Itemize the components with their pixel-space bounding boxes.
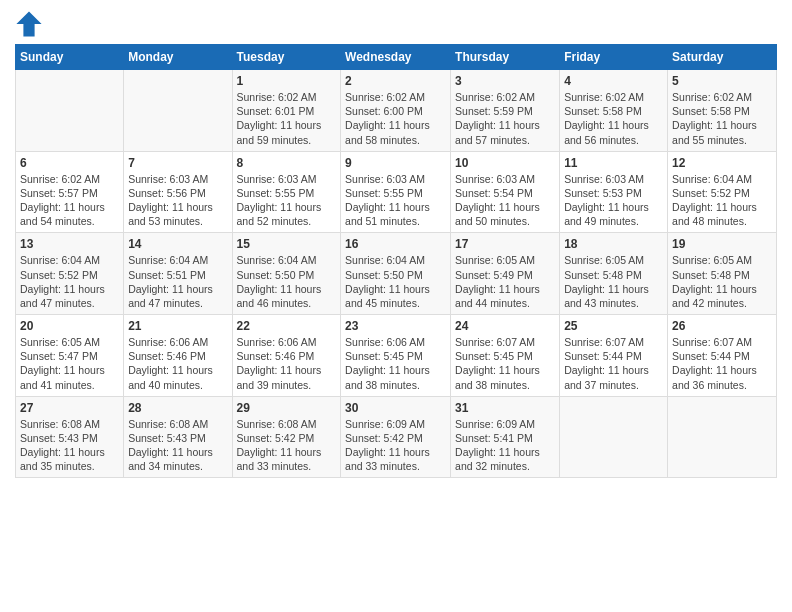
day-number: 6 bbox=[20, 156, 119, 170]
calendar-cell: 21Sunrise: 6:06 AMSunset: 5:46 PMDayligh… bbox=[124, 315, 232, 397]
day-info: Sunrise: 6:07 AMSunset: 5:44 PMDaylight:… bbox=[672, 335, 772, 392]
day-info: Sunrise: 6:09 AMSunset: 5:42 PMDaylight:… bbox=[345, 417, 446, 474]
day-info: Sunrise: 6:08 AMSunset: 5:43 PMDaylight:… bbox=[128, 417, 227, 474]
calendar-cell: 19Sunrise: 6:05 AMSunset: 5:48 PMDayligh… bbox=[668, 233, 777, 315]
day-info: Sunrise: 6:03 AMSunset: 5:55 PMDaylight:… bbox=[237, 172, 337, 229]
day-info: Sunrise: 6:03 AMSunset: 5:53 PMDaylight:… bbox=[564, 172, 663, 229]
calendar-cell: 13Sunrise: 6:04 AMSunset: 5:52 PMDayligh… bbox=[16, 233, 124, 315]
day-number: 10 bbox=[455, 156, 555, 170]
day-number: 1 bbox=[237, 74, 337, 88]
day-number: 17 bbox=[455, 237, 555, 251]
day-number: 30 bbox=[345, 401, 446, 415]
calendar-cell: 29Sunrise: 6:08 AMSunset: 5:42 PMDayligh… bbox=[232, 396, 341, 478]
day-info: Sunrise: 6:09 AMSunset: 5:41 PMDaylight:… bbox=[455, 417, 555, 474]
day-number: 14 bbox=[128, 237, 227, 251]
day-number: 26 bbox=[672, 319, 772, 333]
day-number: 4 bbox=[564, 74, 663, 88]
day-number: 8 bbox=[237, 156, 337, 170]
day-info: Sunrise: 6:02 AMSunset: 6:01 PMDaylight:… bbox=[237, 90, 337, 147]
calendar-cell: 7Sunrise: 6:03 AMSunset: 5:56 PMDaylight… bbox=[124, 151, 232, 233]
weekday-header: Tuesday bbox=[232, 45, 341, 70]
calendar-cell: 20Sunrise: 6:05 AMSunset: 5:47 PMDayligh… bbox=[16, 315, 124, 397]
day-number: 11 bbox=[564, 156, 663, 170]
calendar-cell bbox=[124, 70, 232, 152]
calendar-cell: 2Sunrise: 6:02 AMSunset: 6:00 PMDaylight… bbox=[341, 70, 451, 152]
calendar-cell: 24Sunrise: 6:07 AMSunset: 5:45 PMDayligh… bbox=[451, 315, 560, 397]
calendar-cell: 9Sunrise: 6:03 AMSunset: 5:55 PMDaylight… bbox=[341, 151, 451, 233]
weekday-header: Monday bbox=[124, 45, 232, 70]
day-number: 21 bbox=[128, 319, 227, 333]
day-info: Sunrise: 6:02 AMSunset: 6:00 PMDaylight:… bbox=[345, 90, 446, 147]
weekday-header: Sunday bbox=[16, 45, 124, 70]
day-info: Sunrise: 6:07 AMSunset: 5:45 PMDaylight:… bbox=[455, 335, 555, 392]
day-info: Sunrise: 6:06 AMSunset: 5:46 PMDaylight:… bbox=[237, 335, 337, 392]
calendar-cell: 6Sunrise: 6:02 AMSunset: 5:57 PMDaylight… bbox=[16, 151, 124, 233]
day-number: 28 bbox=[128, 401, 227, 415]
day-info: Sunrise: 6:04 AMSunset: 5:52 PMDaylight:… bbox=[20, 253, 119, 310]
calendar-cell: 14Sunrise: 6:04 AMSunset: 5:51 PMDayligh… bbox=[124, 233, 232, 315]
calendar-cell: 15Sunrise: 6:04 AMSunset: 5:50 PMDayligh… bbox=[232, 233, 341, 315]
day-info: Sunrise: 6:08 AMSunset: 5:43 PMDaylight:… bbox=[20, 417, 119, 474]
calendar-cell: 5Sunrise: 6:02 AMSunset: 5:58 PMDaylight… bbox=[668, 70, 777, 152]
calendar-cell: 17Sunrise: 6:05 AMSunset: 5:49 PMDayligh… bbox=[451, 233, 560, 315]
logo-icon bbox=[15, 10, 43, 38]
calendar-cell bbox=[16, 70, 124, 152]
day-info: Sunrise: 6:02 AMSunset: 5:58 PMDaylight:… bbox=[564, 90, 663, 147]
day-info: Sunrise: 6:02 AMSunset: 5:59 PMDaylight:… bbox=[455, 90, 555, 147]
calendar-cell: 26Sunrise: 6:07 AMSunset: 5:44 PMDayligh… bbox=[668, 315, 777, 397]
calendar-cell: 4Sunrise: 6:02 AMSunset: 5:58 PMDaylight… bbox=[560, 70, 668, 152]
day-number: 29 bbox=[237, 401, 337, 415]
day-number: 27 bbox=[20, 401, 119, 415]
calendar-cell: 30Sunrise: 6:09 AMSunset: 5:42 PMDayligh… bbox=[341, 396, 451, 478]
day-number: 5 bbox=[672, 74, 772, 88]
calendar-cell: 16Sunrise: 6:04 AMSunset: 5:50 PMDayligh… bbox=[341, 233, 451, 315]
day-info: Sunrise: 6:02 AMSunset: 5:57 PMDaylight:… bbox=[20, 172, 119, 229]
day-info: Sunrise: 6:05 AMSunset: 5:49 PMDaylight:… bbox=[455, 253, 555, 310]
calendar-week-row: 20Sunrise: 6:05 AMSunset: 5:47 PMDayligh… bbox=[16, 315, 777, 397]
day-number: 31 bbox=[455, 401, 555, 415]
calendar: SundayMondayTuesdayWednesdayThursdayFrid… bbox=[15, 44, 777, 478]
day-info: Sunrise: 6:05 AMSunset: 5:48 PMDaylight:… bbox=[672, 253, 772, 310]
day-number: 9 bbox=[345, 156, 446, 170]
day-info: Sunrise: 6:05 AMSunset: 5:47 PMDaylight:… bbox=[20, 335, 119, 392]
day-info: Sunrise: 6:06 AMSunset: 5:45 PMDaylight:… bbox=[345, 335, 446, 392]
day-number: 15 bbox=[237, 237, 337, 251]
calendar-cell bbox=[560, 396, 668, 478]
calendar-week-row: 1Sunrise: 6:02 AMSunset: 6:01 PMDaylight… bbox=[16, 70, 777, 152]
day-number: 22 bbox=[237, 319, 337, 333]
weekday-header: Wednesday bbox=[341, 45, 451, 70]
weekday-header: Friday bbox=[560, 45, 668, 70]
calendar-cell: 10Sunrise: 6:03 AMSunset: 5:54 PMDayligh… bbox=[451, 151, 560, 233]
day-info: Sunrise: 6:04 AMSunset: 5:50 PMDaylight:… bbox=[345, 253, 446, 310]
calendar-cell: 23Sunrise: 6:06 AMSunset: 5:45 PMDayligh… bbox=[341, 315, 451, 397]
calendar-week-row: 13Sunrise: 6:04 AMSunset: 5:52 PMDayligh… bbox=[16, 233, 777, 315]
page-container: SundayMondayTuesdayWednesdayThursdayFrid… bbox=[0, 0, 792, 488]
weekday-header: Thursday bbox=[451, 45, 560, 70]
header bbox=[15, 10, 777, 38]
day-number: 2 bbox=[345, 74, 446, 88]
day-number: 25 bbox=[564, 319, 663, 333]
day-info: Sunrise: 6:07 AMSunset: 5:44 PMDaylight:… bbox=[564, 335, 663, 392]
calendar-cell: 11Sunrise: 6:03 AMSunset: 5:53 PMDayligh… bbox=[560, 151, 668, 233]
day-number: 20 bbox=[20, 319, 119, 333]
calendar-cell: 22Sunrise: 6:06 AMSunset: 5:46 PMDayligh… bbox=[232, 315, 341, 397]
day-number: 3 bbox=[455, 74, 555, 88]
day-number: 7 bbox=[128, 156, 227, 170]
day-number: 24 bbox=[455, 319, 555, 333]
svg-marker-0 bbox=[16, 11, 41, 36]
day-number: 18 bbox=[564, 237, 663, 251]
day-number: 16 bbox=[345, 237, 446, 251]
calendar-cell: 8Sunrise: 6:03 AMSunset: 5:55 PMDaylight… bbox=[232, 151, 341, 233]
day-number: 19 bbox=[672, 237, 772, 251]
day-number: 13 bbox=[20, 237, 119, 251]
logo bbox=[15, 10, 47, 38]
calendar-cell: 25Sunrise: 6:07 AMSunset: 5:44 PMDayligh… bbox=[560, 315, 668, 397]
calendar-cell bbox=[668, 396, 777, 478]
day-info: Sunrise: 6:02 AMSunset: 5:58 PMDaylight:… bbox=[672, 90, 772, 147]
calendar-cell: 18Sunrise: 6:05 AMSunset: 5:48 PMDayligh… bbox=[560, 233, 668, 315]
day-number: 12 bbox=[672, 156, 772, 170]
calendar-cell: 12Sunrise: 6:04 AMSunset: 5:52 PMDayligh… bbox=[668, 151, 777, 233]
calendar-cell: 27Sunrise: 6:08 AMSunset: 5:43 PMDayligh… bbox=[16, 396, 124, 478]
calendar-cell: 1Sunrise: 6:02 AMSunset: 6:01 PMDaylight… bbox=[232, 70, 341, 152]
calendar-cell: 31Sunrise: 6:09 AMSunset: 5:41 PMDayligh… bbox=[451, 396, 560, 478]
